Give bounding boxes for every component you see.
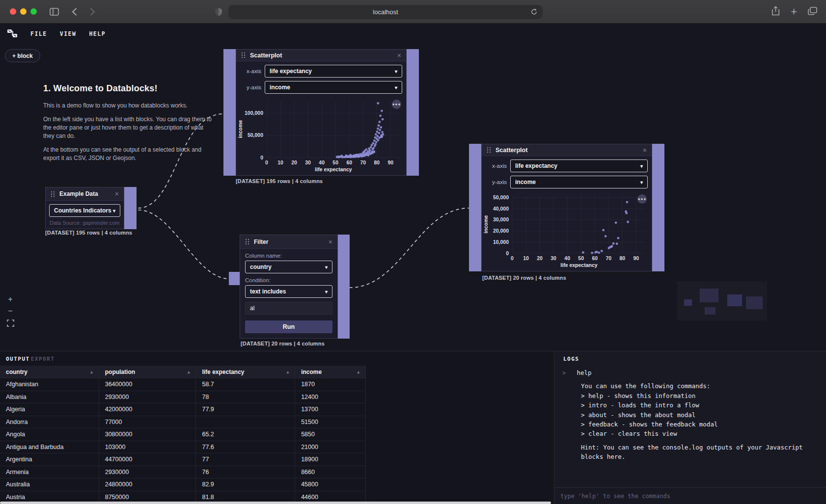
tab-export[interactable]: EXPORT xyxy=(31,356,55,362)
fit-view-icon[interactable] xyxy=(6,319,15,327)
drag-handle-icon[interactable] xyxy=(51,191,55,197)
zoom-out-icon[interactable]: − xyxy=(6,307,15,315)
table-cell xyxy=(196,416,295,428)
tab-overview-icon[interactable] xyxy=(808,7,817,17)
table-row[interactable]: Angola3080000065.25850 xyxy=(0,428,365,441)
drag-handle-icon[interactable] xyxy=(245,239,249,245)
logs-panel: LOGS > help You can use the following co… xyxy=(554,351,826,504)
output-port-bar[interactable] xyxy=(124,187,137,229)
scatter-chart-1: 0102030405060708090050,000100,000life ex… xyxy=(236,96,406,175)
block-header[interactable]: Example Data × xyxy=(46,187,124,201)
svg-text:30: 30 xyxy=(305,159,311,165)
column-header-country[interactable]: country▴ xyxy=(0,366,99,378)
table-cell: 77.6 xyxy=(196,441,295,453)
svg-text:90: 90 xyxy=(633,255,639,261)
output-port-bar[interactable] xyxy=(652,144,664,271)
menu-file[interactable]: FILE xyxy=(30,30,47,37)
block-header[interactable]: Scatterplot × xyxy=(236,50,406,61)
app-logo xyxy=(7,28,18,40)
close-icon[interactable]: × xyxy=(397,52,401,59)
svg-text:10: 10 xyxy=(277,159,283,165)
chart-options-icon[interactable]: ●●● xyxy=(392,100,401,109)
table-row[interactable]: Antigua and Barbuda10300077.621000 xyxy=(0,441,365,454)
forward-button-icon[interactable] xyxy=(90,8,95,16)
minimap-block xyxy=(705,307,716,315)
minimize-window-button[interactable] xyxy=(20,8,27,15)
column-header-population[interactable]: population▴ xyxy=(99,366,196,378)
x-axis-select[interactable]: life expectancy ▾ xyxy=(510,159,648,172)
table-row[interactable]: Algeria4200000077.913700 xyxy=(0,403,365,416)
condition-select[interactable]: text includes ▾ xyxy=(245,285,332,298)
sort-arrow-icon[interactable]: ▴ xyxy=(188,370,190,374)
y-axis-title: income xyxy=(237,120,243,138)
table-row[interactable]: Armenia2930000768660 xyxy=(0,466,365,479)
menu-help[interactable]: HELP xyxy=(89,30,106,37)
table-row[interactable]: Andorra7700051500 xyxy=(0,416,365,429)
close-icon[interactable]: × xyxy=(329,238,332,246)
privacy-shield-icon[interactable] xyxy=(215,7,222,18)
table-row[interactable]: Australia2480000082.945800 xyxy=(0,478,365,491)
table-cell: 78 xyxy=(196,391,295,403)
svg-text:0: 0 xyxy=(511,255,514,261)
run-button[interactable]: Run xyxy=(245,320,332,333)
close-icon[interactable]: × xyxy=(643,146,647,154)
close-window-button[interactable] xyxy=(10,8,16,15)
column-select[interactable]: country ▾ xyxy=(245,261,332,273)
menu-view[interactable]: VIEW xyxy=(60,30,77,37)
zoom-window-button[interactable] xyxy=(30,8,37,15)
table-row[interactable]: Argentina447000007718900 xyxy=(0,453,365,466)
scatter-chart-2: 0102030405060708090010,00020,00030,00040… xyxy=(482,190,652,271)
zoom-in-icon[interactable]: + xyxy=(6,295,15,303)
block-filter[interactable]: Filter × Column name: country ▾ Conditio… xyxy=(240,235,350,339)
table-horizontal-scrollbar[interactable] xyxy=(0,502,551,504)
y-axis-select[interactable]: income ▾ xyxy=(510,176,648,188)
drag-handle-icon[interactable] xyxy=(487,147,491,153)
filter-query-input[interactable]: al xyxy=(245,302,332,315)
filter-query-value: al xyxy=(250,305,254,312)
table-cell: 76 xyxy=(196,466,295,478)
block-header[interactable]: Scatterplot × xyxy=(482,144,652,156)
column-header-life-expectancy[interactable]: life expectancy▴ xyxy=(196,366,295,378)
close-icon[interactable]: × xyxy=(115,190,119,198)
table-cell: 1870 xyxy=(295,378,365,391)
chart-options-icon[interactable]: ●●● xyxy=(637,194,647,204)
welcome-paragraph-1: This is a demo flow to show you how data… xyxy=(43,102,216,110)
input-port-bar[interactable] xyxy=(223,49,236,176)
block-scatterplot-2[interactable]: Scatterplot × x-axis life expectancy ▾ y… xyxy=(469,144,664,271)
table-row[interactable]: Albania29300007812400 xyxy=(0,391,365,404)
tab-output[interactable]: OUTPUT xyxy=(6,356,30,362)
output-port-bar[interactable] xyxy=(338,235,350,339)
table-cell: Antigua and Barbuda xyxy=(0,441,99,453)
column-header-income[interactable]: income▴ xyxy=(295,366,365,378)
output-port-bar[interactable] xyxy=(407,49,419,176)
share-icon[interactable] xyxy=(771,6,780,18)
back-button-icon[interactable] xyxy=(72,8,77,16)
y-axis-select[interactable]: income ▾ xyxy=(265,81,402,94)
table-header-row: country▴population▴life expectancy▴incom… xyxy=(0,366,365,378)
sort-arrow-icon[interactable]: ▴ xyxy=(357,370,359,374)
table-row[interactable]: Afghanistan3640000058.71870 xyxy=(0,378,365,391)
svg-text:100,000: 100,000 xyxy=(245,110,263,116)
new-tab-icon[interactable]: + xyxy=(791,8,797,15)
add-block-button[interactable]: + block xyxy=(5,49,40,62)
flow-minimap[interactable] xyxy=(677,281,767,320)
table-cell: 18900 xyxy=(295,453,365,466)
sort-arrow-icon[interactable]: ▴ xyxy=(287,370,289,374)
input-port-bar[interactable] xyxy=(469,144,481,271)
logs-command-input[interactable] xyxy=(554,487,826,504)
block-header[interactable]: Filter × xyxy=(240,235,337,249)
address-bar[interactable]: localhost xyxy=(228,5,543,19)
table-cell: Algeria xyxy=(0,403,99,416)
sort-arrow-icon[interactable]: ▴ xyxy=(90,370,93,374)
block-scatterplot-1[interactable]: Scatterplot × x-axis life expectancy ▾ y… xyxy=(223,49,419,176)
filter-input-port[interactable] xyxy=(229,272,240,285)
sidebar-toggle-icon[interactable] xyxy=(50,8,59,16)
dataset-select[interactable]: Countries Indicators ▾ xyxy=(49,204,120,217)
x-axis-select[interactable]: life expectancy ▾ xyxy=(265,65,402,78)
reload-icon[interactable] xyxy=(530,8,538,17)
chevron-down-icon: ▾ xyxy=(325,289,328,294)
drag-handle-icon[interactable] xyxy=(241,52,246,58)
log-output-lines: You can use the following commands:> hel… xyxy=(562,381,818,438)
svg-text:10: 10 xyxy=(523,255,529,261)
block-example-data[interactable]: Example Data × Countries Indicators ▾ Da… xyxy=(45,187,137,229)
